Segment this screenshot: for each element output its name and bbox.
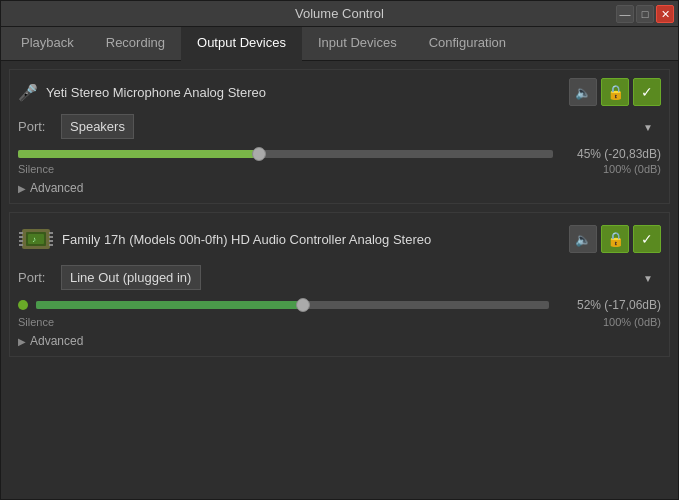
arrow-icon-1: ▶ <box>18 183 26 194</box>
port-select-1[interactable]: Speakers <box>61 114 134 139</box>
slider-labels-1: Silence 100% (0dB) <box>18 163 661 175</box>
silence-label-2: Silence <box>18 316 54 328</box>
hundred-label-1: 100% (0dB) <box>603 163 661 175</box>
hundred-label-2: 100% (0dB) <box>603 316 661 328</box>
port-select-wrapper-2: Line Out (plugged in) <box>61 265 661 290</box>
slider-value-2: 52% (-17,06dB) <box>561 298 661 312</box>
arrow-icon-2: ▶ <box>18 336 26 347</box>
mute-icon-2: 🔈 <box>575 232 591 247</box>
tab-configuration[interactable]: Configuration <box>413 27 522 60</box>
silence-label-1: Silence <box>18 163 54 175</box>
slider-thumb-1[interactable] <box>252 147 266 161</box>
tab-output-devices[interactable]: Output Devices <box>181 27 302 61</box>
volume-control-window: Volume Control — □ ✕ Playback Recording … <box>0 0 679 500</box>
svg-rect-2 <box>28 234 44 244</box>
tab-input-devices[interactable]: Input Devices <box>302 27 413 60</box>
tab-recording[interactable]: Recording <box>90 27 181 60</box>
maximize-button[interactable]: □ <box>636 5 654 23</box>
chip-icon: ♪ <box>18 221 54 257</box>
check-button-1[interactable]: ✓ <box>633 78 661 106</box>
device-header-1: 🎤 Yeti Stereo Microphone Analog Stereo 🔈… <box>18 78 661 106</box>
volume-slider-1[interactable] <box>18 150 553 158</box>
port-label-1: Port: <box>18 119 53 134</box>
lock-icon-1: 🔒 <box>607 84 624 100</box>
mute-icon-1: 🔈 <box>575 85 591 100</box>
device-controls-2: 🔈 🔒 ✓ <box>569 225 661 253</box>
window-title: Volume Control <box>295 6 384 21</box>
device-name-1: Yeti Stereo Microphone Analog Stereo <box>46 85 266 100</box>
advanced-toggle-2[interactable]: ▶ Advanced <box>18 334 661 348</box>
tab-bar: Playback Recording Output Devices Input … <box>1 27 678 61</box>
device-header-2: ♪ Family 17h (Models 00h-0fh) HD Audio C… <box>18 221 661 257</box>
device-section-2: ♪ Family 17h (Models 00h-0fh) HD Audio C… <box>9 212 670 357</box>
port-row-1: Port: Speakers <box>18 114 661 139</box>
svg-rect-4 <box>19 236 23 238</box>
tab-playback[interactable]: Playback <box>5 27 90 60</box>
check-icon-1: ✓ <box>641 84 653 100</box>
titlebar: Volume Control — □ ✕ <box>1 1 678 27</box>
minimize-button[interactable]: — <box>616 5 634 23</box>
device-title-area-1: 🎤 Yeti Stereo Microphone Analog Stereo <box>18 82 569 102</box>
lock-button-2[interactable]: 🔒 <box>601 225 629 253</box>
slider-section-2: 52% (-17,06dB) Silence 100% (0dB) <box>18 298 661 328</box>
device-section-1: 🎤 Yeti Stereo Microphone Analog Stereo 🔈… <box>9 69 670 204</box>
svg-rect-8 <box>49 236 53 238</box>
port-label-2: Port: <box>18 270 53 285</box>
advanced-label-2: Advanced <box>30 334 83 348</box>
slider-labels-2: Silence 100% (0dB) <box>18 316 661 328</box>
svg-rect-6 <box>19 244 23 246</box>
svg-rect-7 <box>49 232 53 234</box>
check-icon-2: ✓ <box>641 231 653 247</box>
mute-button-2[interactable]: 🔈 <box>569 225 597 253</box>
svg-rect-3 <box>19 232 23 234</box>
svg-text:♪: ♪ <box>32 235 36 244</box>
port-select-wrapper-1: Speakers <box>61 114 661 139</box>
advanced-label-1: Advanced <box>30 181 83 195</box>
slider-value-1: 45% (-20,83dB) <box>561 147 661 161</box>
device-name-2: Family 17h (Models 00h-0fh) HD Audio Con… <box>62 232 431 247</box>
check-button-2[interactable]: ✓ <box>633 225 661 253</box>
green-dot-2 <box>18 300 28 310</box>
lock-icon-2: 🔒 <box>607 231 624 247</box>
mic-icon: 🎤 <box>18 82 38 102</box>
volume-row-1: 45% (-20,83dB) <box>18 147 661 161</box>
device-controls-1: 🔈 🔒 ✓ <box>569 78 661 106</box>
slider-fill-1 <box>18 150 259 158</box>
slider-section-1: 45% (-20,83dB) Silence 100% (0dB) <box>18 147 661 175</box>
close-button[interactable]: ✕ <box>656 5 674 23</box>
advanced-toggle-1[interactable]: ▶ Advanced <box>18 181 661 195</box>
slider-fill-2 <box>36 301 303 309</box>
window-controls: — □ ✕ <box>616 5 674 23</box>
main-content: 🎤 Yeti Stereo Microphone Analog Stereo 🔈… <box>1 61 678 499</box>
port-select-2[interactable]: Line Out (plugged in) <box>61 265 201 290</box>
port-row-2: Port: Line Out (plugged in) <box>18 265 661 290</box>
svg-rect-5 <box>19 240 23 242</box>
slider-thumb-2[interactable] <box>296 298 310 312</box>
volume-slider-2[interactable] <box>36 301 549 309</box>
lock-button-1[interactable]: 🔒 <box>601 78 629 106</box>
svg-rect-9 <box>49 240 53 242</box>
svg-rect-10 <box>49 244 53 246</box>
mute-button-1[interactable]: 🔈 <box>569 78 597 106</box>
device-title-area-2: ♪ Family 17h (Models 00h-0fh) HD Audio C… <box>18 221 569 257</box>
